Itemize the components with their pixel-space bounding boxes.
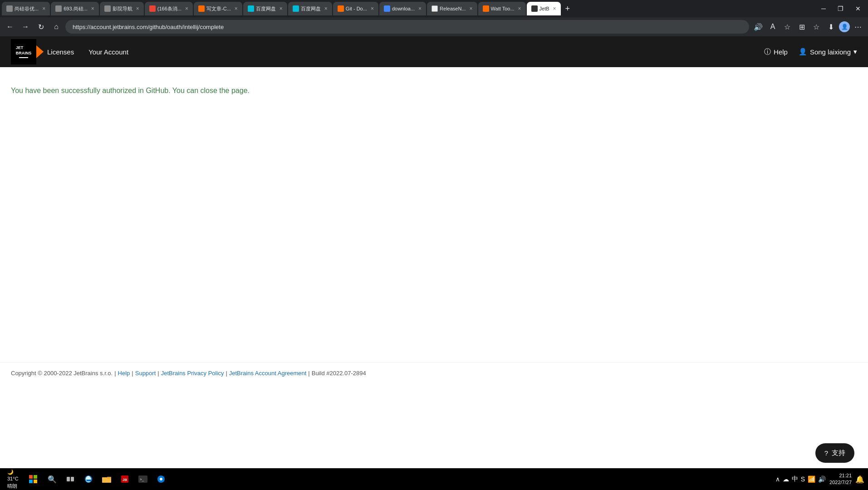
footer-sep4: | [226, 370, 227, 377]
tab-close-9[interactable]: × [418, 5, 422, 12]
maximize-button[interactable]: ❐ [832, 3, 849, 14]
tab-close-4[interactable]: × [185, 5, 188, 12]
tab-close-11[interactable]: × [518, 5, 521, 12]
tab-close-12[interactable]: × [553, 5, 556, 12]
tab-favicon-10 [432, 5, 438, 12]
support-question-icon: ? [824, 449, 828, 457]
address-bar[interactable] [65, 20, 749, 34]
main-content: You have been successfully authorized in… [0, 67, 868, 362]
svg-text:JB: JB [123, 478, 127, 482]
tray-expand-icon[interactable]: ∧ [775, 475, 780, 483]
browser-tab-7[interactable]: 百度网盘 × [288, 2, 332, 15]
taskbar-search-button[interactable]: 🔍 [44, 471, 60, 487]
clock-date: 2022/7/27 [829, 479, 852, 486]
taskbar-file-explorer[interactable] [98, 471, 115, 487]
browser-tab-5[interactable]: 写文章-C... × [194, 2, 242, 15]
taskbar-clock[interactable]: 21:21 2022/7/27 [829, 472, 852, 486]
tab-title-3: 影院导航 [113, 5, 132, 12]
tab-close-2[interactable]: × [91, 5, 94, 12]
browser-tab-6[interactable]: 百度网盘 × [243, 2, 287, 15]
tab-title-12: JetB [539, 6, 549, 11]
svg-rect-1 [34, 475, 37, 479]
downloads-icon[interactable]: ⬇ [824, 20, 837, 33]
footer-privacy-link[interactable]: JetBrains Privacy Policy [161, 370, 224, 377]
tab-close-8[interactable]: × [371, 5, 374, 12]
jetbrains-logo[interactable]: JETBRAINS [11, 39, 47, 64]
footer-support-link[interactable]: Support [135, 370, 156, 377]
browser-tab-1[interactable]: 尚硅谷优... × [2, 2, 50, 15]
tab-title-9: downloa... [392, 6, 415, 11]
input-method-icon: 中 [792, 475, 798, 483]
address-bar-row: ← → ↻ ⌂ 🔊 A ☆ ⊞ ☆ ⬇ 👤 ⋯ [0, 17, 868, 36]
new-tab-button[interactable]: + [562, 4, 574, 14]
browser-tab-10[interactable]: ReleaseN... × [427, 2, 477, 15]
toolbar-icons: 🔊 A ☆ ⊞ ☆ ⬇ 👤 ⋯ [752, 20, 864, 33]
browser-tab-4[interactable]: (166条消... × [145, 2, 193, 15]
taskbar-edge-browser[interactable] [80, 471, 97, 487]
taskbar-settings[interactable] [153, 471, 169, 487]
svg-rect-5 [71, 477, 74, 481]
tab-close-10[interactable]: × [470, 5, 473, 12]
tab-title-5: 写文章-C... [206, 5, 231, 12]
taskbar: 🌙 31°C 晴朗 🔍 JB [0, 468, 868, 490]
footer-help-link[interactable]: Help [118, 370, 130, 377]
tab-close-7[interactable]: × [324, 5, 328, 12]
collections-icon[interactable]: ☆ [810, 20, 823, 33]
browser-tab-12-active[interactable]: JetB × [527, 2, 561, 15]
tab-title-2: 693.尚硅... [64, 5, 88, 12]
svg-text:>_: >_ [140, 477, 144, 481]
taskbar-weather: 🌙 31°C 晴朗 [4, 469, 22, 490]
taskbar-task-view[interactable] [62, 471, 78, 487]
translate-icon[interactable]: A [766, 20, 779, 33]
back-button[interactable]: ← [4, 20, 16, 33]
cloud-icon: ☁ [783, 475, 789, 483]
tab-close-5[interactable]: × [235, 5, 238, 12]
footer-agreement-link[interactable]: JetBrains Account Agreement [229, 370, 307, 377]
support-label: 支持 [832, 449, 845, 457]
browser-tab-11[interactable]: Watt Too... × [478, 2, 526, 15]
logo-text: JETBRAINS [16, 45, 32, 56]
nav-your-account[interactable]: Your Account [88, 48, 128, 56]
tab-close-1[interactable]: × [42, 5, 45, 12]
footer-sep3: | [157, 370, 159, 377]
tab-favicon-5 [198, 5, 205, 12]
tab-close-6[interactable]: × [280, 5, 283, 12]
browser-tab-3[interactable]: 影院导航 × [100, 2, 144, 15]
wifi-icon: 📶 [808, 475, 815, 483]
reload-button[interactable]: ↻ [34, 20, 47, 33]
nav-licenses[interactable]: Licenses [47, 48, 74, 56]
tab-close-3[interactable]: × [136, 5, 139, 12]
browser-tab-8[interactable]: Git - Do... × [333, 2, 378, 15]
svg-rect-0 [29, 475, 33, 479]
favorites-icon[interactable]: ☆ [781, 20, 794, 33]
tab-title-6: 百度网盘 [256, 5, 276, 12]
success-message: You have been successfully authorized in… [11, 85, 857, 96]
user-menu[interactable]: 👤 Song laixiong ▾ [799, 48, 857, 56]
tab-title-11: Watt Too... [491, 6, 515, 11]
browser-tab-2[interactable]: 693.尚硅... × [51, 2, 99, 15]
forward-button[interactable]: → [19, 20, 32, 33]
start-button[interactable] [24, 470, 42, 488]
main-nav: Licenses Your Account [47, 48, 764, 56]
notification-icon[interactable]: 🔔 [855, 475, 864, 484]
jetbrains-header: JETBRAINS Licenses Your Account ⓘ Help 👤… [0, 36, 868, 67]
profile-avatar[interactable]: 👤 [839, 21, 850, 32]
taskbar-terminal[interactable]: >_ [135, 471, 151, 487]
browser-icon[interactable]: ⊞ [795, 20, 808, 33]
browser-chrome: 尚硅谷优... × 693.尚硅... × 影院导航 × (166条消... ×… [0, 0, 868, 36]
volume-icon: 🔊 [818, 475, 826, 483]
help-button[interactable]: ⓘ Help [764, 48, 788, 56]
close-button[interactable]: ✕ [850, 3, 866, 14]
support-button[interactable]: ? 支持 [815, 443, 854, 463]
clock-time: 21:21 [829, 472, 852, 479]
tab-favicon-8 [338, 5, 344, 12]
minimize-button[interactable]: ─ [816, 3, 831, 14]
window-controls: ─ ❐ ✕ [816, 3, 866, 14]
settings-icon[interactable]: ⋯ [852, 20, 864, 33]
read-aloud-icon[interactable]: 🔊 [752, 20, 765, 33]
taskbar-jetbrains[interactable]: JB [117, 471, 133, 487]
tab-title-4: (166条消... [157, 5, 181, 12]
home-button[interactable]: ⌂ [50, 20, 63, 33]
browser-tab-9[interactable]: downloa... × [379, 2, 426, 15]
tab-favicon-2 [55, 5, 62, 12]
